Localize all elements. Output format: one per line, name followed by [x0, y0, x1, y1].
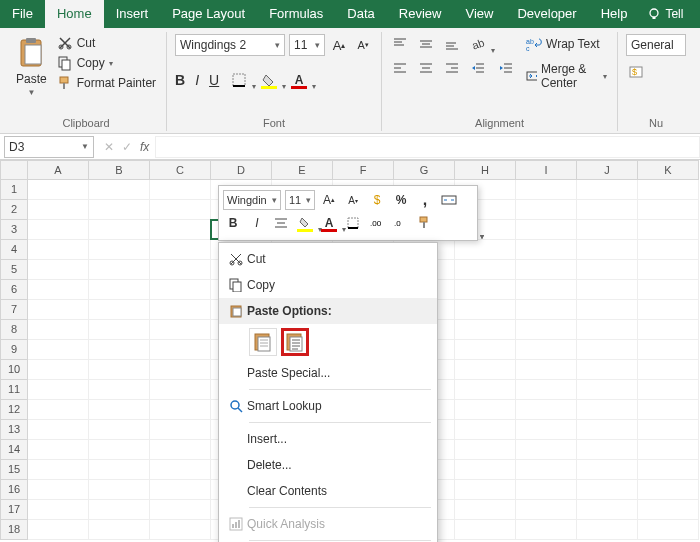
cell[interactable] [150, 520, 211, 540]
cell[interactable] [89, 420, 150, 440]
cell[interactable] [28, 200, 89, 220]
cell[interactable] [516, 200, 577, 220]
cell[interactable] [455, 280, 516, 300]
font-name-selector[interactable]: Wingdings 2 [175, 34, 285, 56]
select-all-corner[interactable] [0, 160, 28, 180]
cell[interactable] [89, 200, 150, 220]
cell[interactable] [150, 400, 211, 420]
row-header[interactable]: 9 [0, 340, 28, 360]
cell[interactable] [28, 380, 89, 400]
cell[interactable] [516, 420, 577, 440]
col-header[interactable]: A [28, 160, 89, 180]
mini-fill-color-button[interactable] [295, 213, 315, 233]
cell[interactable] [150, 340, 211, 360]
mini-borders-button[interactable] [343, 213, 363, 233]
col-header[interactable]: K [638, 160, 699, 180]
cancel-formula-icon[interactable]: ✕ [104, 140, 114, 154]
cell[interactable] [516, 380, 577, 400]
cell[interactable] [150, 320, 211, 340]
col-header[interactable]: D [211, 160, 272, 180]
paste-option-values[interactable] [281, 328, 309, 356]
cell[interactable] [28, 340, 89, 360]
cut-button[interactable]: Cut [55, 34, 158, 52]
number-format-selector[interactable]: General [626, 34, 686, 56]
cell[interactable] [455, 260, 516, 280]
paste-dropdown-caret[interactable]: ▼ [27, 88, 35, 97]
cell[interactable] [28, 220, 89, 240]
cell[interactable] [516, 520, 577, 540]
tell-me[interactable]: Tell [639, 0, 691, 28]
cell[interactable] [455, 240, 516, 260]
tab-insert[interactable]: Insert [104, 0, 161, 28]
cell[interactable] [89, 300, 150, 320]
cell[interactable] [577, 480, 638, 500]
decrease-font-icon[interactable]: A▾ [353, 35, 373, 55]
cell[interactable] [638, 400, 699, 420]
copy-button[interactable]: Copy ▾ [55, 54, 158, 72]
cell[interactable] [455, 320, 516, 340]
tab-file[interactable]: File [0, 0, 45, 28]
cell[interactable] [150, 460, 211, 480]
font-size-selector[interactable]: 11 [289, 34, 325, 56]
merge-center-button[interactable]: Merge & Center ▾ [524, 60, 609, 92]
bold-button[interactable]: B [175, 72, 185, 88]
cell[interactable] [150, 280, 211, 300]
cell[interactable] [28, 280, 89, 300]
tab-help[interactable]: Help [589, 0, 640, 28]
cell[interactable] [638, 320, 699, 340]
cell[interactable] [516, 440, 577, 460]
cell[interactable] [455, 400, 516, 420]
cell[interactable] [638, 340, 699, 360]
row-header[interactable]: 16 [0, 480, 28, 500]
cell[interactable] [638, 220, 699, 240]
cell[interactable] [89, 280, 150, 300]
cell[interactable] [577, 360, 638, 380]
cell[interactable] [89, 500, 150, 520]
cell[interactable] [89, 380, 150, 400]
row-header[interactable]: 1 [0, 180, 28, 200]
mini-italic-button[interactable]: I [247, 213, 267, 233]
cell[interactable] [516, 340, 577, 360]
cell[interactable] [150, 260, 211, 280]
row-header[interactable]: 3 [0, 220, 28, 240]
mini-font-color-button[interactable]: A [319, 213, 339, 233]
mini-merge-icon[interactable] [439, 190, 459, 210]
cell[interactable] [28, 240, 89, 260]
cell[interactable] [455, 420, 516, 440]
cell[interactable] [638, 260, 699, 280]
tab-review[interactable]: Review [387, 0, 454, 28]
row-header[interactable]: 2 [0, 200, 28, 220]
cell[interactable] [89, 340, 150, 360]
cell[interactable] [150, 440, 211, 460]
row-header[interactable]: 18 [0, 520, 28, 540]
cell[interactable] [516, 480, 577, 500]
cell[interactable] [577, 520, 638, 540]
cell[interactable] [150, 360, 211, 380]
cell[interactable] [577, 280, 638, 300]
cell[interactable] [577, 420, 638, 440]
tab-view[interactable]: View [453, 0, 505, 28]
cell[interactable] [516, 180, 577, 200]
mini-align-icon[interactable] [271, 213, 291, 233]
cell[interactable] [638, 300, 699, 320]
cell[interactable] [89, 240, 150, 260]
align-middle-icon[interactable] [416, 34, 436, 54]
cell[interactable] [89, 220, 150, 240]
cell[interactable] [455, 340, 516, 360]
borders-button[interactable] [229, 70, 249, 90]
cell[interactable] [455, 360, 516, 380]
col-header[interactable]: E [272, 160, 333, 180]
cell[interactable] [28, 500, 89, 520]
cm-insert[interactable]: Insert... [219, 426, 437, 452]
name-box[interactable]: D3 ▼ [4, 136, 94, 158]
row-header[interactable]: 10 [0, 360, 28, 380]
tab-developer[interactable]: Developer [505, 0, 588, 28]
cell[interactable] [516, 320, 577, 340]
cell[interactable] [638, 460, 699, 480]
cell[interactable] [28, 260, 89, 280]
mini-increase-decimal-icon[interactable]: .00 [367, 213, 387, 233]
cell[interactable] [638, 480, 699, 500]
underline-button[interactable]: U [209, 72, 219, 88]
formula-input[interactable] [155, 136, 700, 158]
cell[interactable] [150, 180, 211, 200]
